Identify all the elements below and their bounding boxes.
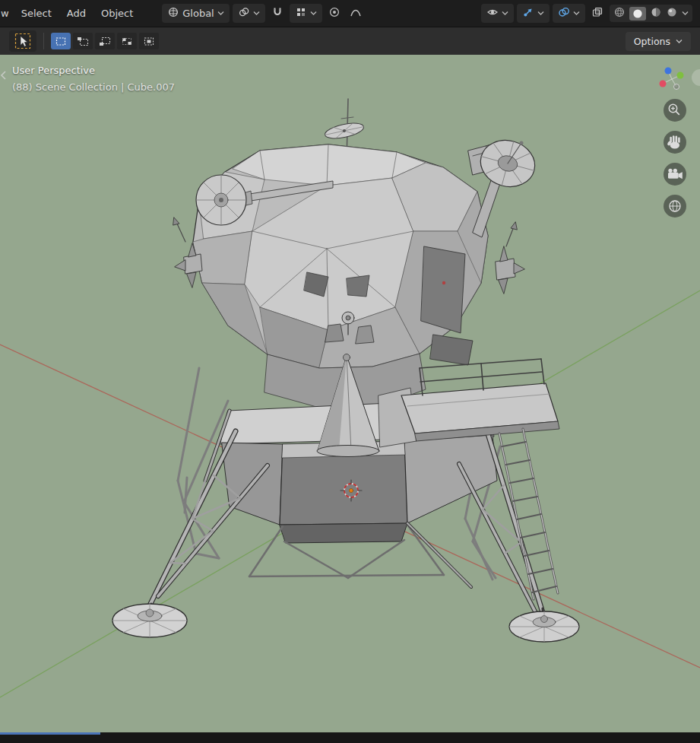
menu-object[interactable]: Object — [93, 5, 141, 23]
chevron-down-icon — [253, 11, 260, 16]
projection-toggle-button[interactable] — [664, 195, 686, 218]
chevron-down-icon — [502, 11, 508, 16]
proportional-falloff-icon — [350, 6, 362, 21]
gizmo-x-axis-dot — [660, 81, 667, 87]
menu-view-clipped[interactable]: w — [0, 5, 14, 23]
shading-solid-button[interactable] — [629, 7, 646, 21]
snap-settings-icon — [295, 6, 307, 21]
shading-rendered-button[interactable] — [666, 6, 678, 21]
options-button[interactable]: Options — [626, 32, 691, 51]
shading-mode-group — [610, 5, 692, 22]
proportional-falloff-dropdown[interactable] — [347, 4, 365, 23]
snap-magnet-toggle[interactable] — [268, 4, 287, 23]
transform-orientation-value: Global — [182, 8, 214, 19]
menu-add[interactable]: Add — [59, 5, 93, 23]
select-mode-intersect-button[interactable] — [139, 33, 159, 49]
show-object-types-dropdown[interactable] — [481, 4, 514, 23]
overlays-dropdown[interactable] — [553, 4, 585, 23]
tweak-select-tool-icon — [14, 32, 32, 50]
gizmo-y-axis-dot — [677, 72, 684, 79]
chevron-down-icon — [217, 11, 224, 16]
toolbar-toggle-arrow[interactable] — [2, 71, 5, 79]
select-mode-subtract-button[interactable] — [95, 33, 115, 49]
chevron-down-icon — [537, 11, 544, 16]
right-dish-antenna[interactable] — [468, 135, 540, 237]
transform-orientation-dropdown[interactable]: Global — [162, 4, 229, 23]
gizmo-z-axis-dot — [665, 68, 672, 75]
gizmos-dropdown-icon — [522, 6, 534, 21]
viewport-header: w Select Add Object Global — [0, 0, 700, 27]
chevron-down-icon — [573, 11, 580, 16]
select-mode-extend-icon — [77, 37, 89, 46]
gizmos-dropdown[interactable] — [517, 4, 550, 23]
3d-viewport[interactable]: User Perspective (88) Scene Collection |… — [0, 55, 700, 732]
transform-orientation-icon — [167, 6, 179, 21]
snap-magnet-icon — [271, 6, 283, 21]
select-mode-subtract-icon — [99, 37, 111, 46]
toggle-xray-button[interactable] — [588, 4, 607, 23]
porch-platform[interactable] — [401, 359, 559, 441]
shading-wireframe-icon — [613, 6, 626, 18]
select-mode-invert-icon — [121, 37, 133, 46]
pan-button[interactable] — [664, 131, 686, 154]
chevron-down-icon — [310, 11, 317, 16]
pivot-point-dropdown[interactable] — [233, 4, 265, 23]
divider — [43, 33, 44, 49]
shading-rendered-icon — [666, 6, 678, 18]
right-rcs-pod[interactable] — [496, 222, 524, 294]
pivot-point-icon — [238, 6, 250, 21]
select-mode-extend-button[interactable] — [73, 33, 93, 49]
proportional-editing-toggle[interactable] — [325, 4, 344, 23]
shading-material-button[interactable] — [650, 6, 662, 21]
bottom-editor-strip — [0, 732, 700, 743]
navigation-axis-gizmo[interactable] — [660, 68, 700, 90]
shading-solid-icon — [632, 8, 644, 20]
ladder[interactable] — [499, 429, 558, 599]
camera-view-button[interactable] — [664, 163, 686, 186]
select-mode-new-icon — [55, 37, 67, 46]
viewport-canvas[interactable] — [0, 55, 700, 732]
toggle-xray-icon — [591, 6, 603, 21]
gizmo-neg-axis-dot — [674, 84, 679, 90]
tweak-select-tool-button[interactable] — [9, 30, 36, 52]
timeline-edge-highlight — [0, 732, 100, 735]
lander-model[interactable] — [112, 99, 579, 642]
select-mode-intersect-icon — [143, 37, 155, 46]
options-button-label: Options — [634, 36, 670, 47]
menu-select[interactable]: Select — [14, 5, 59, 23]
shading-dropdown-chevron[interactable] — [682, 11, 689, 16]
tool-settings-header: Options — [0, 27, 700, 55]
chevron-down-icon — [676, 39, 683, 44]
select-mode-new-button[interactable] — [51, 33, 71, 49]
proportional-editing-icon — [328, 6, 340, 21]
select-mode-invert-button[interactable] — [117, 33, 137, 49]
overlays-dropdown-icon — [558, 6, 570, 21]
show-object-types-icon — [486, 6, 499, 21]
shading-wireframe-button[interactable] — [613, 6, 626, 21]
snap-settings-dropdown[interactable] — [290, 4, 322, 23]
shading-material-icon — [650, 6, 662, 18]
footpad-right[interactable] — [509, 611, 579, 642]
footpad-left[interactable] — [112, 604, 187, 637]
zoom-button[interactable] — [664, 99, 686, 122]
